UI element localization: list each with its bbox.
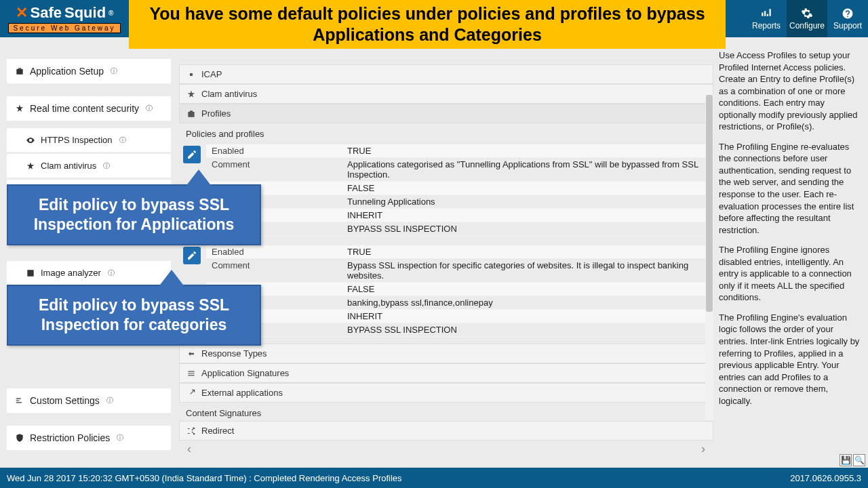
table-value: INHERIT: [342, 209, 713, 222]
chevron-left-icon[interactable]: ‹: [187, 442, 191, 456]
section-redirect[interactable]: Redirect: [179, 421, 713, 441]
section-external-apps[interactable]: External applications: [179, 383, 713, 403]
main: Application Setupⓘ Real time content sec…: [0, 37, 868, 468]
sidebar-item-clam[interactable]: Clam antivirusⓘ: [7, 154, 171, 178]
external-icon: [186, 388, 196, 398]
sidebar-item-label: Image analyzer: [41, 268, 101, 278]
callout-arrow-icon: [158, 270, 185, 287]
table-row: INHERIT: [206, 310, 713, 323]
configure-label: Configure: [789, 21, 825, 30]
shield-icon: [15, 433, 24, 443]
content-signatures-heading: Content Signatures: [179, 403, 713, 421]
sidebar-item-label: Real time content security: [30, 103, 139, 114]
section-icap[interactable]: ICAP: [179, 64, 713, 84]
sliders-icon: [15, 396, 24, 405]
section-label: Redirect: [201, 426, 234, 436]
sidebar-item-label: Restriction Policies: [30, 432, 110, 443]
help-p1: Use Access Profiles to setup your Profil…: [719, 49, 863, 133]
logo-reg: ®: [108, 9, 113, 17]
policy-block-2: EnabledTRUECommentBypass SSL inspection …: [183, 245, 713, 337]
table-value: Tunneling Applications: [342, 195, 713, 208]
logo-subtitle: Secure Web Gateway: [8, 23, 120, 33]
support-button[interactable]: Support: [827, 0, 868, 37]
scrollbar-thumb[interactable]: [706, 95, 713, 312]
reports-label: Reports: [752, 21, 781, 30]
vertical-scrollbar[interactable]: [705, 95, 713, 420]
sidebar-item-rtcs[interactable]: Real time content securityⓘ: [7, 96, 171, 121]
table-value: BYPASS SSL INSPECTION: [342, 323, 713, 336]
section-profiles[interactable]: Profiles: [179, 104, 713, 123]
table-value: Bypass SSL inspection for specific categ…: [342, 259, 713, 282]
back-icon: [186, 349, 196, 359]
center-column: ICAP Clam antivirus Profiles Policies an…: [171, 37, 713, 458]
section-label: Application Signatures: [201, 368, 289, 378]
edit-policy-2-button[interactable]: [183, 247, 201, 264]
policies-heading: Policies and profiles: [179, 123, 713, 142]
table-key: Enabled: [206, 245, 342, 258]
help-p2: The Profiling Engine re-evaluates the co…: [719, 141, 863, 236]
table-row: INHERIT: [206, 209, 713, 222]
sidebar: Application Setupⓘ Real time content sec…: [0, 37, 171, 468]
table-value: FALSE: [342, 182, 713, 195]
help-p4: The Profiling Engine's evaluation logic …: [719, 312, 863, 407]
star-icon: [26, 161, 35, 171]
logo[interactable]: ✕ SafeSquid® Secure Web Gateway: [0, 0, 129, 37]
callout-applications: Edit policy to bypass SSL Inspection for…: [7, 184, 261, 245]
briefcase-icon: [15, 66, 24, 76]
info-icon: ⓘ: [119, 136, 126, 145]
logo-text2: Squid: [64, 4, 106, 22]
pencil-icon: [186, 149, 197, 160]
callout-categories: Edit policy to bypass SSL Inspection for…: [7, 285, 261, 346]
sidebar-item-label: Clam antivirus: [41, 161, 96, 171]
callout-arrow-icon: [185, 169, 212, 187]
info-icon: ⓘ: [106, 396, 113, 405]
save-icon-button[interactable]: 💾: [840, 454, 852, 466]
table-row: FALSE: [206, 182, 713, 195]
callout-text: Edit policy to bypass SSL Inspection for…: [34, 196, 235, 233]
sidebar-item-https-inspection[interactable]: HTTPS Inspectionⓘ: [7, 128, 171, 152]
info-icon: ⓘ: [103, 161, 110, 171]
sidebar-item-restriction-policies[interactable]: Restriction Policiesⓘ: [7, 426, 171, 451]
configure-button[interactable]: Configure: [787, 0, 827, 37]
status-text: Wed Jun 28 2017 15:20:32 GMT+0530 (India…: [7, 473, 402, 483]
shuffle-icon: [186, 426, 196, 436]
info-icon: ⓘ: [146, 104, 153, 113]
help-panel: Use Access Profiles to setup your Profil…: [713, 37, 868, 468]
section-app-signatures[interactable]: Application Signatures: [179, 363, 713, 383]
policy-1-table: EnabledTRUECommentApplications categoris…: [206, 144, 713, 236]
section-label: Response Types: [201, 348, 267, 359]
table-value: TRUE: [342, 245, 713, 258]
table-value: FALSE: [342, 283, 713, 296]
reports-button[interactable]: Reports: [746, 0, 787, 37]
section-label: Clam antivirus: [201, 89, 257, 99]
table-row: CommentApplications categorised as "Tunn…: [206, 158, 713, 182]
search-icon-button[interactable]: 🔍: [853, 454, 865, 466]
sidebar-item-label: Custom Settings: [30, 395, 100, 406]
support-label: Support: [833, 21, 862, 30]
horizontal-scroll-hint[interactable]: ‹ ›: [179, 441, 713, 458]
sidebar-item-label: HTTPS Inspection: [41, 135, 113, 145]
gears-icon: [801, 7, 813, 20]
table-value: INHERIT: [342, 310, 713, 323]
sidebar-item-custom-settings[interactable]: Custom Settingsⓘ: [7, 388, 171, 413]
table-value: banking,bypass ssl,finance,onlinepay: [342, 296, 713, 309]
edit-policy-1-button[interactable]: [183, 146, 201, 163]
sidebar-item-image-analyzer[interactable]: Image analyzerⓘ: [7, 261, 171, 285]
policy-block-1: EnabledTRUECommentApplications categoris…: [183, 144, 713, 236]
table-row: FALSE: [206, 283, 713, 296]
section-clam[interactable]: Clam antivirus: [179, 84, 713, 104]
table-row: CommentBypass SSL inspection for specifi…: [206, 259, 713, 283]
star-icon: [15, 104, 24, 113]
table-row: EnabledTRUE: [206, 245, 713, 259]
chevron-right-icon[interactable]: ›: [701, 442, 705, 456]
section-label: ICAP: [201, 69, 222, 79]
table-value: Applications categorised as "Tunnelling …: [342, 158, 713, 181]
header: ✕ SafeSquid® Secure Web Gateway You have…: [0, 0, 868, 37]
briefcase-icon: [186, 109, 196, 119]
table-row: EnabledTRUE: [206, 144, 713, 158]
section-response-types[interactable]: Response Types: [179, 344, 713, 363]
chart-icon: [760, 7, 772, 20]
sidebar-item-application-setup[interactable]: Application Setupⓘ: [7, 59, 171, 84]
table-key: Comment: [206, 259, 342, 282]
callout-text: Edit policy to bypass SSL Inspection for…: [39, 296, 229, 333]
